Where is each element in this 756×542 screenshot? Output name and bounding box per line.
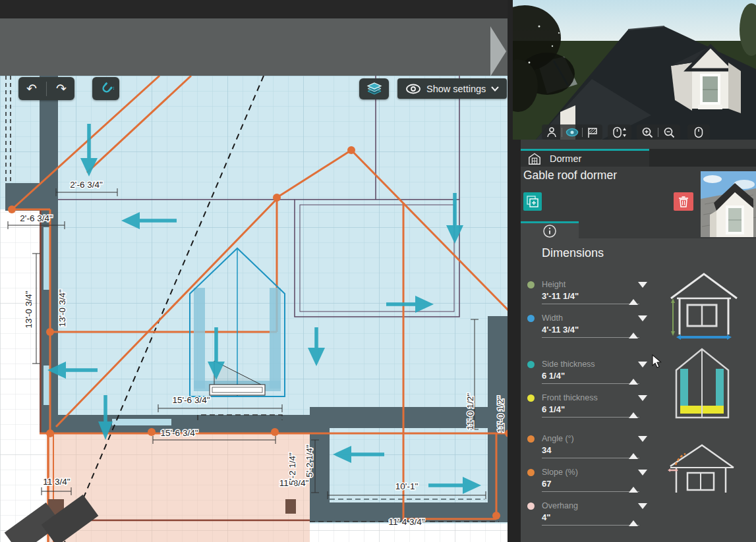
expand-panel-arrow-icon[interactable] [490, 26, 506, 76]
show-settings-dropdown[interactable]: Show settings [397, 78, 507, 99]
field-label: Width [542, 313, 563, 323]
slope-color-dot [527, 469, 535, 476]
field-value[interactable]: 34 [542, 445, 551, 455]
tab-info[interactable] [521, 221, 579, 238]
window-top-strip [0, 0, 509, 18]
tab-dormer[interactable]: Dormer [521, 149, 649, 167]
height-color-dot [527, 281, 535, 288]
walkthrough-view-button[interactable] [542, 124, 562, 140]
field-label: Overhang [542, 501, 578, 510]
thickness-diagram [671, 345, 734, 421]
slope-stepper[interactable] [629, 475, 639, 490]
dimension-label: 2'-6 3/4" [20, 213, 53, 223]
dormer-type-title: Gable roof dormer [523, 169, 617, 182]
dimension-label: 15'-6 3/4" [173, 395, 210, 405]
delete-dormer-button[interactable] [674, 192, 693, 211]
zoom-in-button[interactable] [637, 124, 658, 140]
properties-panel: Dormer Gable roof dormer [521, 140, 756, 542]
scroll-zoom-group [608, 124, 631, 140]
chevron-down-icon [491, 86, 499, 92]
field-value[interactable]: 4'-11 3/4" [542, 325, 579, 335]
dimension-label: 11' 4 3/4" [388, 517, 424, 527]
mouse-scroll-icon [612, 126, 627, 138]
trash-icon [678, 196, 689, 207]
wall-corner-icon [587, 126, 598, 138]
pan-group [687, 124, 710, 140]
angle-stepper[interactable] [629, 442, 639, 456]
magnet-snap-button[interactable] [92, 77, 119, 100]
mouse-scroll-button[interactable] [608, 124, 631, 140]
side-thickness-stepper[interactable] [629, 367, 639, 382]
front-thickness-stepper[interactable] [629, 401, 639, 416]
layers-button[interactable] [359, 78, 389, 99]
field-label: Height [542, 280, 566, 289]
orbit-view-button[interactable] [562, 124, 582, 140]
width-color-dot [527, 315, 535, 322]
add-copy-icon [526, 195, 539, 208]
dimension-label: 11'-0 1/2" [465, 393, 475, 430]
undo-redo-toolbar: ↶ ↷ [18, 77, 74, 100]
dimension-label: 2'-6 3/4" [70, 180, 103, 190]
3d-preview-viewport[interactable] [513, 0, 756, 140]
dimension-label: 5'-2 1/4" [287, 452, 297, 485]
front-thickness-color-dot [527, 394, 535, 402]
tab-bar-rest [643, 149, 756, 167]
field-label: Angle (°) [542, 434, 574, 443]
duplicate-dormer-button[interactable] [523, 192, 542, 211]
width-stepper[interactable] [629, 321, 639, 336]
dimension-label: 15'-6 3/4" [161, 428, 198, 438]
undo-button[interactable]: ↶ [18, 82, 45, 95]
elevation-view-button[interactable] [583, 124, 602, 140]
view-mode-group [542, 124, 602, 140]
magnet-icon [98, 81, 114, 97]
field-value[interactable]: 6 1/4" [542, 371, 565, 381]
angle-color-dot [527, 435, 535, 443]
layers-icon [366, 81, 383, 97]
mouse-icon [694, 126, 703, 138]
redo-button[interactable]: ↷ [48, 82, 74, 95]
info-icon [542, 224, 557, 238]
dimension-label: 11 3/4" [43, 477, 71, 487]
divider [46, 82, 47, 96]
side-thickness-color-dot [527, 361, 535, 368]
dormer-window[interactable] [210, 385, 265, 395]
canvas-header-band [0, 18, 509, 76]
field-label: Front thickness [542, 393, 598, 402]
person-icon [546, 126, 558, 138]
tab-dormer-label: Dormer [550, 153, 581, 164]
field-value[interactable]: 4" [542, 512, 550, 522]
dimension-label: 13'-0 3/4" [57, 289, 67, 327]
dimension-label: 5'-2 1/4" [305, 445, 314, 477]
eye-3d-icon [566, 127, 579, 138]
zoom-in-icon [641, 126, 653, 138]
show-settings-label: Show settings [426, 84, 486, 94]
dimension-label: 11'-0 1/2" [496, 396, 506, 433]
floorplan-canvas[interactable]: 2'-6 3/4" 2'-6 3/4" 13'-0 3/4" 13'-0 3/4… [0, 76, 509, 542]
field-value[interactable]: 67 [542, 479, 551, 489]
height-width-diagram [668, 269, 740, 341]
dimension-label: 13'-0 3/4" [24, 290, 34, 328]
field-label: Side thickness [542, 360, 595, 369]
mouse-cursor [651, 354, 664, 369]
section-title: Dimensions [542, 246, 604, 260]
dimensions-pane: Dimensions Height 3'-11 1/4" Width 4'-11… [521, 238, 756, 542]
angle-overhang-diagram [668, 441, 736, 507]
field-label: Slope (%) [542, 468, 578, 477]
height-stepper[interactable] [629, 288, 639, 302]
zoom-out-icon [663, 126, 675, 138]
dormer-thumbnail[interactable] [701, 171, 756, 237]
view-toolbar [513, 124, 756, 140]
zoom-out-button[interactable] [658, 124, 680, 140]
application-window: 2'-6 3/4" 2'-6 3/4" 13'-0 3/4" 13'-0 3/4… [0, 0, 756, 542]
overhang-stepper[interactable] [629, 509, 639, 524]
eye-icon [405, 83, 421, 95]
dimension-label: 10'-1" [395, 481, 419, 491]
dormer-icon [527, 152, 542, 165]
zoom-group [637, 124, 680, 140]
pan-button[interactable] [687, 124, 710, 140]
field-value[interactable]: 3'-11 1/4" [542, 291, 579, 301]
field-value[interactable]: 6 1/4" [542, 404, 565, 414]
overhang-color-dot [527, 502, 535, 510]
